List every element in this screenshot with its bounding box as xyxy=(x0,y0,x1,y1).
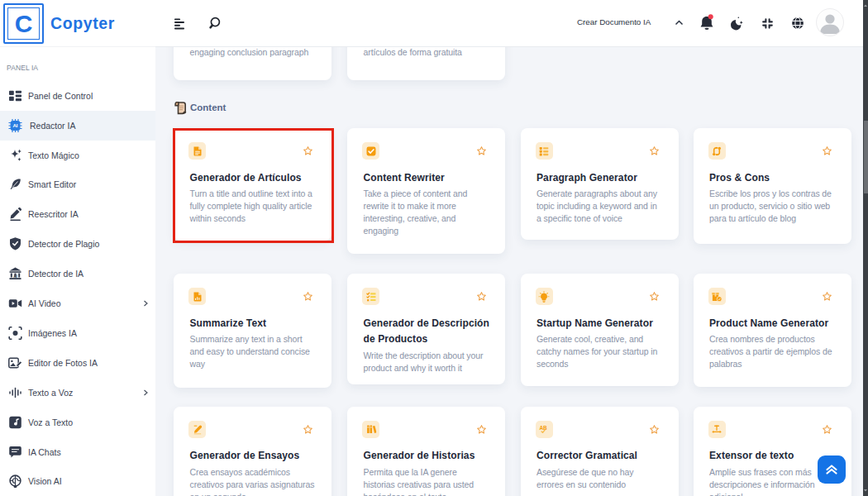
svg-text:AI: AI xyxy=(13,274,17,279)
svg-text:AI: AI xyxy=(12,122,17,128)
svg-text:AB: AB xyxy=(540,425,548,431)
